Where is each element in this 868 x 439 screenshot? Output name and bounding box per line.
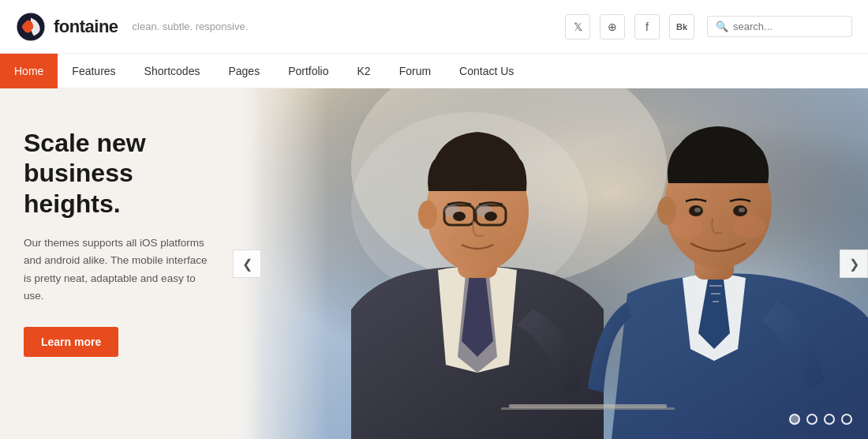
logo-text: fontaine xyxy=(54,17,118,37)
dribbble-icon: ⊕ xyxy=(608,21,617,33)
learn-more-button[interactable]: Learn more xyxy=(24,327,118,357)
logo-area: fontaine clean. subtle. responsive. xyxy=(16,12,248,42)
search-icon: 🔍 xyxy=(716,21,728,32)
nav-item-home[interactable]: Home xyxy=(0,54,58,88)
nav-item-forum[interactable]: Forum xyxy=(385,54,445,88)
twitter-link[interactable]: 𝕏 xyxy=(565,14,590,39)
hero-title: Scale new business heights. xyxy=(24,128,209,219)
carousel-dot-2[interactable] xyxy=(806,414,817,425)
header-right: 𝕏 ⊕ f Bk 🔍 xyxy=(565,14,852,39)
facebook-link[interactable]: f xyxy=(634,14,660,39)
vk-link[interactable]: Bk xyxy=(669,14,694,39)
next-arrow-button[interactable]: ❯ xyxy=(840,250,868,278)
carousel-dot-1[interactable] xyxy=(789,414,800,425)
prev-arrow-icon: ❮ xyxy=(242,257,253,272)
search-input[interactable] xyxy=(733,21,844,32)
hero-description: Our themes supports all iOS platforms an… xyxy=(24,235,209,305)
prev-arrow-button[interactable]: ❮ xyxy=(233,250,261,278)
vk-icon: Bk xyxy=(676,22,687,32)
hero-image-area: ❮ ❯ xyxy=(233,88,868,439)
logo-icon xyxy=(16,12,46,42)
carousel-dot-4[interactable] xyxy=(841,414,852,425)
carousel-dot-3[interactable] xyxy=(824,414,835,425)
nav-item-k2[interactable]: K2 xyxy=(343,54,385,88)
carousel-dots xyxy=(789,414,852,425)
main-nav: Home Features Shortcodes Pages Portfolio… xyxy=(0,54,868,88)
social-icons: 𝕏 ⊕ f Bk xyxy=(565,14,694,39)
twitter-icon: 𝕏 xyxy=(574,21,582,33)
facebook-icon: f xyxy=(645,21,649,33)
hero-section: Scale new business heights. Our themes s… xyxy=(0,88,868,439)
hero-left-panel: Scale new business heights. Our themes s… xyxy=(0,88,233,439)
hero-illustration xyxy=(233,88,868,439)
search-box: 🔍 xyxy=(707,16,852,37)
logo-tagline: clean. subtle. responsive. xyxy=(133,21,249,32)
nav-item-contact[interactable]: Contact Us xyxy=(445,54,528,88)
hero-background xyxy=(233,88,868,439)
next-arrow-icon: ❯ xyxy=(849,257,859,272)
svg-rect-31 xyxy=(233,88,868,439)
nav-item-features[interactable]: Features xyxy=(58,54,129,88)
nav-item-pages[interactable]: Pages xyxy=(214,54,274,88)
site-header: fontaine clean. subtle. responsive. 𝕏 ⊕ … xyxy=(0,0,868,54)
nav-item-shortcodes[interactable]: Shortcodes xyxy=(130,54,215,88)
nav-item-portfolio[interactable]: Portfolio xyxy=(274,54,342,88)
dribbble-link[interactable]: ⊕ xyxy=(600,14,625,39)
